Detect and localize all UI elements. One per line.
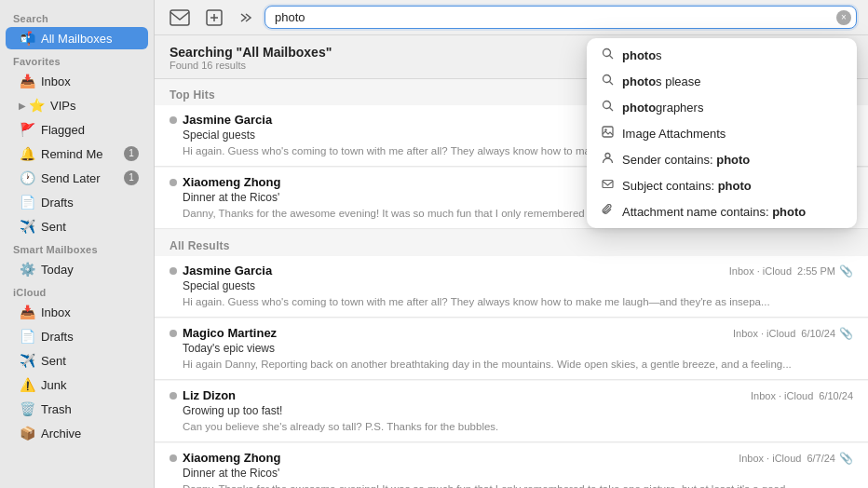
svg-rect-0 [170, 10, 189, 25]
icloud-junk-icon: ⚠️ [19, 376, 35, 393]
drafts-icon: 📄 [19, 194, 35, 210]
vips-icon: ⭐ [28, 97, 45, 114]
sidebar-item-vips[interactable]: ▶ ⭐ VIPs [6, 94, 148, 116]
chevron-double-right-button[interactable] [235, 8, 257, 27]
remind-me-icon: 🔔 [19, 145, 35, 162]
search-icon-3 [600, 100, 615, 115]
email-meta-5: Inbox · iCloud [751, 390, 813, 401]
icloud-drafts-label: Drafts [41, 330, 139, 344]
email-top-row-5: Liz Dizon Inbox · iCloud 6/10/24 [170, 388, 853, 402]
autocomplete-item-sender-contains[interactable]: Sender contains: photo [587, 146, 857, 172]
icloud-drafts-icon: 📄 [19, 328, 35, 345]
email-item-all-2[interactable]: Magico Martinez Inbox · iCloud 6/10/24 📎… [155, 319, 868, 380]
send-later-label: Send Later [41, 171, 124, 185]
send-later-badge: 1 [124, 170, 139, 185]
avatar-2 [170, 179, 177, 186]
svg-rect-13 [603, 181, 613, 188]
autocomplete-item-subject-contains[interactable]: Subject contains: photo [587, 172, 857, 198]
autocomplete-label-photographers: photographers [622, 101, 844, 115]
svg-point-11 [604, 129, 606, 130]
search-clear-button[interactable]: × [836, 10, 851, 25]
sidebar-item-icloud-inbox[interactable]: 📥 Inbox [6, 301, 148, 323]
inbox-icon: 📥 [19, 73, 35, 89]
autocomplete-item-photos-please[interactable]: photos please [587, 68, 857, 94]
top-toolbar: × photos photos please photographers [155, 0, 868, 35]
email-item-all-4[interactable]: Xiaomeng Zhong Inbox · iCloud 6/7/24 📎 D… [155, 443, 868, 488]
email-subject-6: Dinner at the Ricos' [170, 467, 853, 480]
flagged-label: Flagged [41, 123, 139, 137]
sidebar-item-icloud-junk[interactable]: ⚠️ Junk [6, 373, 148, 396]
icloud-trash-label: Trash [41, 402, 139, 416]
image-icon [600, 126, 615, 141]
autocomplete-label-sender: Sender contains: photo [622, 153, 844, 167]
all-mailboxes-icon: 📬 [19, 30, 35, 47]
person-icon [600, 152, 615, 167]
mail-icon [170, 9, 190, 26]
icloud-junk-label: Junk [41, 378, 139, 392]
attachment-icon-6: 📎 [839, 452, 853, 465]
icloud-archive-label: Archive [41, 427, 139, 441]
main-content: × photos photos please photographers [155, 0, 868, 488]
sidebar-section-favorites: Favorites [0, 50, 154, 69]
autocomplete-label-subject: Subject contains: photo [622, 179, 844, 193]
sidebar-item-drafts[interactable]: 📄 Drafts [6, 191, 148, 213]
attachment-icon-4: 📎 [839, 327, 853, 340]
mail-icon-button[interactable] [166, 7, 194, 28]
avatar-3 [170, 267, 177, 275]
sidebar-item-remind-me[interactable]: 🔔 Remind Me 1 [6, 142, 148, 165]
autocomplete-item-image-attachments[interactable]: Image Attachments [587, 120, 857, 146]
email-meta-3: Inbox · iCloud [729, 265, 792, 277]
email-subject-5: Growing up too fast! [170, 404, 853, 417]
remind-me-badge: 1 [124, 146, 139, 161]
avatar-4 [170, 330, 177, 337]
all-results-header: All Results [155, 230, 868, 256]
sidebar-item-today[interactable]: ⚙️ Today [6, 258, 148, 280]
compose-button[interactable] [201, 7, 227, 29]
avatar-5 [170, 392, 177, 400]
email-sender-6: Xiaomeng Zhong [183, 451, 739, 465]
email-subject-3: Special guests [170, 279, 853, 292]
compose-icon [205, 8, 224, 27]
autocomplete-item-photographers[interactable]: photographers [587, 94, 857, 120]
autocomplete-label-photos: photos [622, 48, 844, 62]
svg-point-8 [603, 102, 610, 109]
drafts-label: Drafts [41, 196, 139, 210]
icloud-inbox-label: Inbox [41, 305, 139, 319]
email-preview-5: Can you believe she's already so tall? P… [170, 419, 853, 434]
autocomplete-dropdown: photos photos please photographers Image… [587, 38, 857, 228]
email-time-4: 6/10/24 [801, 328, 835, 339]
sidebar-item-flagged[interactable]: 🚩 Flagged [6, 118, 148, 141]
today-label: Today [41, 263, 139, 277]
sidebar-item-inbox[interactable]: 📥 Inbox [6, 70, 148, 92]
avatar-1 [170, 116, 177, 124]
sidebar-section-smart: Smart Mailboxes [0, 238, 154, 257]
email-preview-3: Hi again. Guess who's coming to town wit… [170, 294, 853, 309]
email-item-all-1[interactable]: Jasmine Garcia Inbox · iCloud 2:55 PM 📎 … [155, 256, 868, 318]
search-input[interactable] [264, 6, 857, 29]
send-later-icon: 🕐 [19, 169, 35, 186]
svg-line-7 [609, 82, 613, 86]
sidebar-item-sent[interactable]: ✈️ Sent [6, 215, 148, 237]
sidebar-item-icloud-sent[interactable]: ✈️ Sent [6, 349, 148, 372]
sidebar-item-icloud-drafts[interactable]: 📄 Drafts [6, 325, 148, 347]
autocomplete-label-photos-please: photos please [622, 75, 844, 88]
sidebar-item-send-later[interactable]: 🕐 Send Later 1 [6, 167, 148, 189]
sidebar-item-icloud-trash[interactable]: 🗑️ Trash [6, 398, 148, 420]
remind-me-label: Remind Me [41, 147, 124, 161]
autocomplete-item-attachment-contains[interactable]: Attachment name contains: photo [587, 198, 857, 224]
search-icon-2 [600, 74, 615, 88]
icloud-sent-label: Sent [41, 354, 139, 368]
svg-point-6 [603, 75, 610, 83]
email-time-6: 6/7/24 [807, 453, 835, 464]
icloud-trash-icon: 🗑️ [19, 400, 35, 417]
autocomplete-label-image-attachments: Image Attachments [622, 127, 844, 141]
autocomplete-item-photos[interactable]: photos [587, 42, 857, 68]
email-subject-4: Today's epic views [170, 342, 853, 355]
email-preview-6: Danny, Thanks for the awesome evening! I… [170, 481, 853, 488]
sidebar-item-all-mailboxes[interactable]: 📬 All Mailboxes [6, 27, 148, 49]
flagged-icon: 🚩 [19, 121, 35, 138]
email-item-all-3[interactable]: Liz Dizon Inbox · iCloud 6/10/24 Growing… [155, 381, 868, 442]
all-mailboxes-label: All Mailboxes [41, 32, 139, 46]
email-meta-6: Inbox · iCloud [739, 453, 801, 464]
sidebar-item-icloud-archive[interactable]: 📦 Archive [6, 422, 148, 444]
